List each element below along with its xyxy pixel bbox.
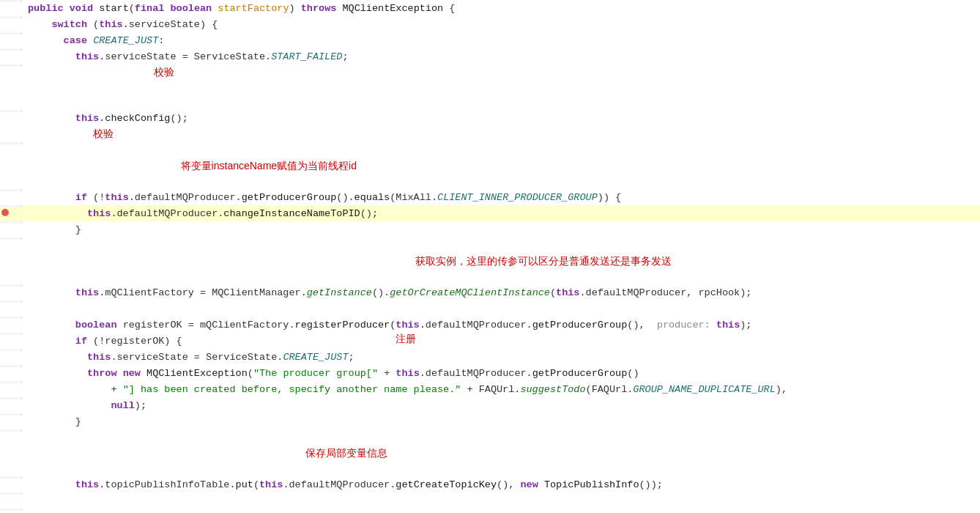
line-content-13: throw new MQClientException("The produce…	[22, 365, 980, 381]
line-content-1: public void start(final boolean startFac…	[22, 0, 980, 16]
code-line-ann-instance: 将变量instanceName赋值为当前线程id	[0, 142, 980, 189]
code-line-18: if (startFactory) {	[0, 509, 980, 513]
annotation-register: 注册	[396, 333, 416, 346]
line-content-7: this.defaultMQProducer.changeInstanceNam…	[22, 205, 980, 221]
gutter-13	[0, 365, 22, 367]
annotation-jiaoy-inline: 校验	[93, 128, 114, 139]
line-content-9: this.mQClientFactory = MQClientManager.g…	[22, 284, 980, 300]
gutter-ann-instance	[0, 142, 22, 144]
code-line-11: if (!registerOK) { 注册	[0, 333, 980, 349]
gutter-2	[0, 16, 22, 18]
line-content-4: this.serviceState = ServiceState.START_F…	[22, 48, 980, 64]
gutter-17	[0, 476, 22, 479]
line-content-5: this.checkConfig(); 校验	[22, 110, 980, 142]
annotation-jiaoy: 校验	[154, 64, 174, 79]
line-content-ann-save: 保存局部变量信息	[22, 429, 980, 476]
gutter-12	[0, 349, 22, 351]
gutter-ann-save	[0, 429, 22, 432]
code-line-blank1	[0, 300, 980, 317]
gutter-11	[0, 333, 22, 335]
line-content-10: boolean registerOK = mQClientFactory.reg…	[22, 317, 980, 333]
gutter-5	[0, 110, 22, 112]
gutter-3	[0, 32, 22, 34]
gutter-15	[0, 397, 22, 399]
annotation-save: 保存局部变量信息	[305, 447, 387, 459]
breakpoint-7	[1, 209, 9, 216]
code-container: public void start(final boolean startFac…	[0, 0, 980, 513]
code-line-ann-getinstance: 获取实例，这里的传参可以区分是普通发送还是事务发送	[0, 237, 980, 284]
gutter-8	[0, 221, 22, 224]
gutter-blank2	[0, 492, 22, 495]
annotation-instance: 将变量instanceName赋值为当前线程id	[181, 160, 357, 171]
code-line-6: if (!this.defaultMQProducer.getProducerG…	[0, 189, 980, 205]
gutter-16	[0, 413, 22, 416]
code-line-1: public void start(final boolean startFac…	[0, 0, 980, 16]
gutter-6	[0, 189, 22, 191]
code-line-3: case CREATE_JUST:	[0, 32, 980, 48]
gutter-10	[0, 317, 22, 319]
gutter-1	[0, 0, 22, 2]
code-line-12: this.serviceState = ServiceState.CREATE_…	[0, 349, 980, 365]
code-line-5: this.checkConfig(); 校验	[0, 110, 980, 142]
code-line-14: + "] has been created before, specify an…	[0, 381, 980, 397]
annotation-getinstance: 获取实例，这里的传参可以区分是普通发送还是事务发送	[415, 255, 672, 267]
line-content-18: if (startFactory) {	[22, 509, 980, 513]
code-line-ann-jiaoy: 校验	[0, 64, 980, 110]
code-line-13: throw new MQClientException("The produce…	[0, 365, 980, 381]
code-line-8: }	[0, 221, 980, 237]
line-content-ann-getinstance: 获取实例，这里的传参可以区分是普通发送还是事务发送	[22, 237, 980, 284]
gutter-4	[0, 48, 22, 51]
gutter-9	[0, 284, 22, 287]
line-content-2: switch (this.serviceState) {	[22, 16, 980, 32]
gutter-7	[0, 205, 22, 207]
line-content-17: this.topicPublishInfoTable.put(this.defa…	[22, 476, 980, 492]
code-line-16: }	[0, 413, 980, 429]
code-line-15: null);	[0, 397, 980, 413]
code-line-ann-save: 保存局部变量信息	[0, 429, 980, 476]
line-content-3: case CREATE_JUST:	[22, 32, 980, 48]
line-content-ann-jiaoy: 校验	[22, 64, 980, 110]
line-content-ann-instance: 将变量instanceName赋值为当前线程id	[22, 142, 980, 189]
line-content-15: null);	[22, 397, 980, 413]
code-line-7: this.defaultMQProducer.changeInstanceNam…	[0, 205, 980, 221]
line-content-16: }	[22, 413, 980, 429]
line-content-6: if (!this.defaultMQProducer.getProducerG…	[22, 189, 980, 205]
gutter-ann-jiaoy	[0, 64, 22, 67]
gutter-14	[0, 381, 22, 383]
code-line-blank2	[0, 492, 980, 509]
code-line-17: this.topicPublishInfoTable.put(this.defa…	[0, 476, 980, 492]
code-line-10: boolean registerOK = mQClientFactory.reg…	[0, 317, 980, 333]
code-line-9: this.mQClientFactory = MQClientManager.g…	[0, 284, 980, 300]
line-content-blank1	[22, 300, 980, 317]
line-content-11: if (!registerOK) {	[22, 333, 980, 349]
code-line-4: this.serviceState = ServiceState.START_F…	[0, 48, 980, 64]
gutter-blank1	[0, 300, 22, 303]
gutter-18	[0, 509, 22, 511]
line-content-blank2	[22, 492, 980, 509]
gutter-ann-getinstance	[0, 237, 22, 240]
line-content-8: }	[22, 221, 980, 237]
code-line-2: switch (this.serviceState) {	[0, 16, 980, 32]
line-content-14: + "] has been created before, specify an…	[22, 381, 980, 397]
line-content-12: this.serviceState = ServiceState.CREATE_…	[22, 349, 980, 365]
